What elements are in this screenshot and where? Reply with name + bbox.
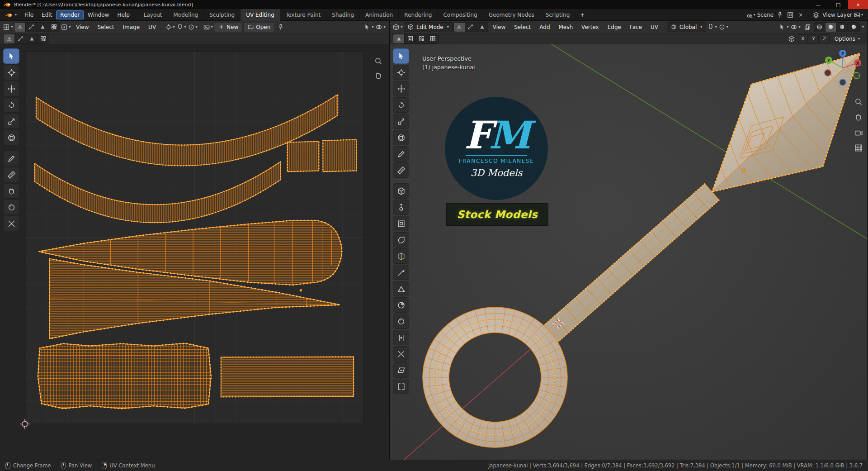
wireframe-shading-button[interactable] [814, 23, 826, 32]
vp-tool-bevel[interactable] [393, 233, 409, 247]
camera-icon[interactable] [854, 128, 863, 137]
material-shading-button[interactable] [837, 23, 848, 32]
uv-select-edge-button[interactable] [26, 23, 37, 32]
zoom-icon[interactable] [374, 57, 382, 65]
maximize-button[interactable]: □ [828, 0, 848, 9]
uv-toggle-3-button[interactable] [26, 34, 38, 43]
vp-tool-select-box[interactable] [393, 49, 409, 63]
vp-menu-select[interactable]: Select [510, 23, 534, 32]
vp-tool-add-cube[interactable] [393, 184, 409, 198]
uv-proportional-edit-button[interactable]: ▾ [188, 23, 198, 32]
uv-select-vertex-button[interactable] [14, 23, 26, 32]
menu-help[interactable]: Help [113, 10, 133, 19]
uv-select-island-button[interactable] [48, 23, 60, 32]
vp-tool-knife[interactable] [393, 265, 409, 280]
vp-toggle-1-button[interactable] [393, 34, 405, 43]
uv-menu-uv[interactable]: UV [145, 23, 160, 32]
viewport-editor-type-button[interactable]: ▾ [393, 23, 403, 32]
tab-geometry-nodes[interactable]: Geometry Nodes [483, 9, 540, 21]
vp-tool-cursor[interactable] [393, 65, 409, 80]
pin-scene-button[interactable] [776, 11, 784, 19]
uv-tool-measure[interactable] [4, 167, 19, 182]
menu-file[interactable]: File [20, 10, 38, 19]
view-layer-name[interactable]: View Layer [822, 12, 852, 18]
uv-tool-scale[interactable] [4, 114, 19, 128]
uv-island-collar-2[interactable] [323, 140, 356, 172]
mirror-y-button[interactable]: Y [809, 35, 818, 43]
uv-tool-transform[interactable] [4, 130, 19, 145]
kunai-handle[interactable] [543, 184, 719, 342]
solid-shading-button[interactable] [826, 23, 837, 32]
uv-tool-rotate[interactable] [4, 98, 19, 112]
image-browse-button[interactable]: ▾ [203, 23, 213, 32]
minimize-button[interactable]: — [808, 0, 828, 9]
uv-gizmos-button[interactable]: ▾ [364, 23, 374, 32]
menu-window[interactable]: Window [84, 10, 113, 19]
vp-menu-view[interactable]: View [489, 23, 509, 32]
vp-tool-extrude[interactable] [393, 200, 409, 214]
vp-tool-annotate[interactable] [393, 147, 409, 161]
uv-canvas-area[interactable] [0, 44, 389, 460]
open-image-button[interactable]: Open [244, 23, 274, 32]
vp-toggle-4-button[interactable] [427, 34, 439, 43]
face-mode-button[interactable] [476, 23, 488, 32]
uv-tool-annotate[interactable] [4, 151, 19, 166]
vp-proportional-edit-button[interactable]: ▾ [718, 23, 728, 32]
xray-toggle-button[interactable] [802, 23, 812, 32]
vertex-mode-button[interactable] [454, 23, 465, 32]
vp-gizmos-button[interactable]: ▾ [779, 23, 789, 32]
uv-canvas[interactable] [0, 44, 389, 460]
uv-tool-grab[interactable] [4, 184, 19, 198]
viewport-canvas-area[interactable]: User Perspective (1) japanese-kunai FM F… [390, 44, 867, 460]
blender-menu-button[interactable]: ▾ [2, 11, 20, 19]
gizmo-neg-x-ball[interactable] [825, 70, 831, 76]
viewport-canvas[interactable] [390, 44, 867, 460]
add-workspace-button[interactable]: + [576, 9, 589, 21]
tab-texture-paint[interactable]: Texture Paint [280, 9, 326, 21]
new-scene-button[interactable] [786, 11, 794, 19]
uv-sticky-select-button[interactable]: ▾ [61, 23, 71, 32]
uv-select-face-button[interactable] [37, 23, 48, 32]
tab-rendering[interactable]: Rendering [399, 9, 438, 21]
uv-pin-button[interactable] [276, 23, 286, 32]
tab-compositing[interactable]: Compositing [438, 9, 483, 21]
kunai-ring[interactable] [423, 307, 567, 447]
rendered-shading-button[interactable] [848, 23, 859, 32]
gizmo-neg-z-ball[interactable] [840, 79, 846, 86]
vp-menu-face[interactable]: Face [626, 23, 646, 32]
vp-tool-move[interactable] [393, 81, 409, 96]
uv-overlays-button[interactable]: ▾ [376, 23, 386, 32]
uv-island-collar-1[interactable] [288, 142, 319, 172]
uv-snap-button[interactable]: ▾ [176, 23, 186, 32]
vp-tool-scale[interactable] [393, 114, 409, 128]
uv-toggle-4-button[interactable] [38, 34, 49, 43]
tab-animation[interactable]: Animation [360, 9, 399, 21]
tab-layout[interactable]: Layout [138, 9, 168, 21]
tab-modeling[interactable]: Modeling [168, 9, 204, 21]
vp-tool-transform[interactable] [393, 130, 409, 145]
uv-menu-view[interactable]: View [72, 23, 92, 32]
vp-tool-edge-slide[interactable] [393, 330, 409, 345]
tab-uv-editing[interactable]: UV Editing [241, 9, 280, 21]
vp-tool-shear[interactable] [393, 363, 409, 377]
new-view-layer-button[interactable]: ▾ [854, 11, 863, 19]
mirror-x-button[interactable]: X [798, 35, 807, 43]
uv-stray-vertex[interactable] [300, 289, 302, 292]
vp-tool-rotate[interactable] [393, 98, 409, 112]
uv-tool-pinch[interactable] [4, 216, 19, 231]
uv-tool-relax[interactable] [4, 200, 19, 214]
tab-scripting[interactable]: Scripting [540, 9, 576, 21]
menu-edit[interactable]: Edit [38, 10, 56, 19]
menu-render[interactable]: Render [56, 10, 84, 19]
mode-dropdown[interactable]: Edit Mode▾ [404, 23, 453, 32]
tab-shading[interactable]: Shading [326, 9, 360, 21]
vp-tool-spin[interactable] [393, 298, 409, 312]
uv-island-grip[interactable] [38, 343, 211, 409]
orientation-dropdown[interactable]: Global▾ [667, 23, 706, 32]
options-dropdown[interactable]: Options▾ [831, 35, 863, 43]
vp-tool-shrink-fatten[interactable] [393, 347, 409, 361]
vp-tool-measure[interactable] [393, 163, 409, 177]
new-image-button[interactable]: New [214, 23, 242, 32]
scene-browse-button[interactable]: ▾ [747, 11, 755, 19]
view-layer-browse-button[interactable] [812, 11, 820, 19]
